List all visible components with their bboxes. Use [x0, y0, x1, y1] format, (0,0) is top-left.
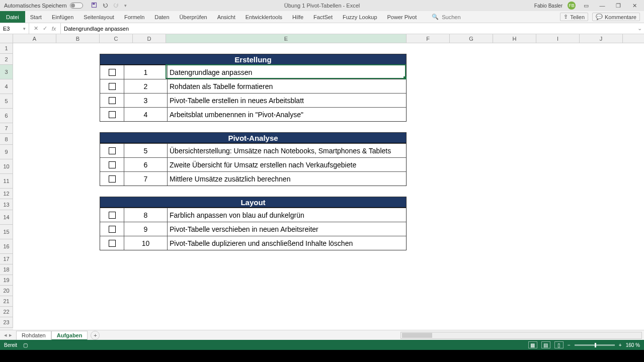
checkbox[interactable] [109, 69, 116, 76]
row-header-18[interactable]: 18 [0, 264, 13, 275]
row-header-8[interactable]: 8 [0, 134, 13, 145]
normal-view-icon[interactable]: ▦ [528, 341, 537, 348]
row-header-1[interactable]: 1 [0, 43, 13, 54]
row-header-7[interactable]: 7 [0, 123, 13, 134]
qat-customize-icon[interactable]: ▾ [124, 3, 127, 8]
file-tab[interactable]: Datei [0, 11, 25, 23]
row-header-20[interactable]: 20 [0, 286, 13, 296]
ribbon-tab-ansicht[interactable]: Ansicht [212, 11, 240, 23]
checkbox[interactable] [109, 161, 116, 168]
column-header-D[interactable]: D [133, 34, 166, 43]
minimize-icon[interactable]: — [597, 1, 608, 10]
ribbon-tab-daten[interactable]: Daten [149, 11, 174, 23]
row-header-21[interactable]: 21 [0, 296, 13, 307]
zoom-out-icon[interactable]: − [568, 342, 571, 348]
user-avatar[interactable]: FB [568, 2, 576, 10]
checkbox[interactable] [109, 147, 116, 154]
cancel-formula-icon[interactable]: ✕ [32, 25, 39, 32]
sheet-tab-rohdaten[interactable]: Rohdaten [16, 331, 51, 340]
ribbon-display-icon[interactable]: ▭ [581, 1, 592, 10]
sheet-tab-aufgaben[interactable]: Aufgaben [51, 331, 88, 340]
maximize-icon[interactable]: ❐ [613, 1, 624, 10]
page-break-view-icon[interactable]: ▯ [554, 341, 564, 348]
column-header-B[interactable]: B [56, 34, 100, 43]
ribbon-tab-fuzzy lookup[interactable]: Fuzzy Lookup [338, 11, 382, 23]
select-all-corner[interactable] [0, 34, 13, 43]
column-header-I[interactable]: I [536, 34, 580, 43]
checkbox[interactable] [109, 175, 116, 183]
search-input[interactable] [442, 14, 492, 20]
row-header-5[interactable]: 5 [0, 94, 13, 109]
task-text: Arbeitsblat umbenennen in "Pivot-Analyse… [168, 108, 406, 121]
row-header-23[interactable]: 23 [0, 317, 13, 328]
comments-button[interactable]: 💬 Kommentare [592, 13, 640, 21]
close-icon[interactable]: ✕ [629, 1, 640, 10]
column-header-F[interactable]: F [407, 34, 450, 43]
ribbon-tab-power pivot[interactable]: Power Pivot [382, 11, 422, 23]
row-header-2[interactable]: 2 [0, 54, 13, 65]
row-header-15[interactable]: 15 [0, 225, 13, 239]
row-header-9[interactable]: 9 [0, 145, 13, 159]
ribbon-tab-entwicklertools[interactable]: Entwicklertools [240, 11, 287, 23]
user-name[interactable]: Fabio Basler [534, 3, 562, 9]
checkbox[interactable] [109, 83, 116, 90]
ribbon-tab-einfügen[interactable]: Einfügen [47, 11, 78, 23]
spreadsheet-grid[interactable]: ABCDEFGHIJ 12345678910111213141516171819… [0, 34, 644, 330]
zoom-in-icon[interactable]: + [619, 342, 622, 348]
row-header-3[interactable]: 3 [0, 65, 13, 79]
scrollbar-thumb[interactable] [402, 333, 432, 338]
column-header-G[interactable]: G [450, 34, 493, 43]
row-header-6[interactable]: 6 [0, 109, 13, 123]
column-header-A[interactable]: A [13, 34, 56, 43]
macro-record-icon[interactable]: ▢ [23, 342, 28, 348]
horizontal-scrollbar[interactable] [400, 332, 642, 339]
row-header-13[interactable]: 13 [0, 199, 13, 210]
column-header-C[interactable]: C [100, 34, 133, 43]
autosave-toggle[interactable]: Automatisches Speichern [0, 3, 87, 9]
sheet-nav-first-icon[interactable]: ◂ [4, 332, 7, 338]
fx-icon[interactable]: fx [50, 26, 57, 32]
enter-formula-icon[interactable]: ✓ [41, 25, 48, 32]
tell-me-search[interactable]: 🔍 [432, 11, 492, 23]
formula-input[interactable] [64, 26, 632, 32]
sheet-nav-last-icon[interactable]: ▸ [9, 332, 12, 338]
checkbox[interactable] [109, 111, 116, 118]
zoom-level[interactable]: 160 % [626, 342, 640, 348]
toggle-switch[interactable] [70, 3, 83, 9]
ribbon-tab-start[interactable]: Start [25, 11, 47, 23]
zoom-slider[interactable] [575, 344, 615, 346]
checkbox[interactable] [109, 97, 116, 104]
row-header-17[interactable]: 17 [0, 254, 13, 264]
name-box[interactable]: ▾ [0, 23, 29, 34]
checkbox[interactable] [109, 212, 116, 219]
row-header-14[interactable]: 14 [0, 210, 13, 225]
ribbon-tab-seitenlayout[interactable]: Seitenlayout [78, 11, 119, 23]
ribbon-tab-factset[interactable]: FactSet [308, 11, 338, 23]
share-button[interactable]: ⇪ Teilen [560, 13, 588, 21]
page-layout-view-icon[interactable]: ▤ [541, 341, 550, 348]
column-header-E[interactable]: E [166, 34, 407, 43]
row-header-4[interactable]: 4 [0, 79, 13, 94]
name-box-input[interactable] [3, 26, 23, 32]
undo-icon[interactable] [102, 2, 108, 9]
checkbox[interactable] [109, 240, 116, 247]
row-header-19[interactable]: 19 [0, 275, 13, 286]
column-header-J[interactable]: J [580, 34, 623, 43]
row-header-11[interactable]: 11 [0, 174, 13, 189]
save-icon[interactable] [91, 2, 97, 9]
row-header-12[interactable]: 12 [0, 189, 13, 199]
redo-icon[interactable] [113, 2, 119, 9]
add-sheet-button[interactable]: + [91, 331, 100, 340]
row-header-16[interactable]: 16 [0, 239, 13, 254]
task-number: 9 [124, 222, 168, 236]
row-header-22[interactable]: 22 [0, 307, 13, 317]
expand-formula-bar-icon[interactable]: ⌄ [635, 25, 644, 32]
ribbon-tab-überprüfen[interactable]: Überprüfen [175, 11, 212, 23]
task-checkbox-cell [100, 172, 124, 186]
ribbon-tab-hilfe[interactable]: Hilfe [287, 11, 308, 23]
column-header-H[interactable]: H [493, 34, 536, 43]
checkbox[interactable] [109, 226, 116, 233]
ribbon-tab-formeln[interactable]: Formeln [119, 11, 149, 23]
name-box-dropdown-icon[interactable]: ▾ [23, 26, 26, 31]
row-header-10[interactable]: 10 [0, 159, 13, 174]
